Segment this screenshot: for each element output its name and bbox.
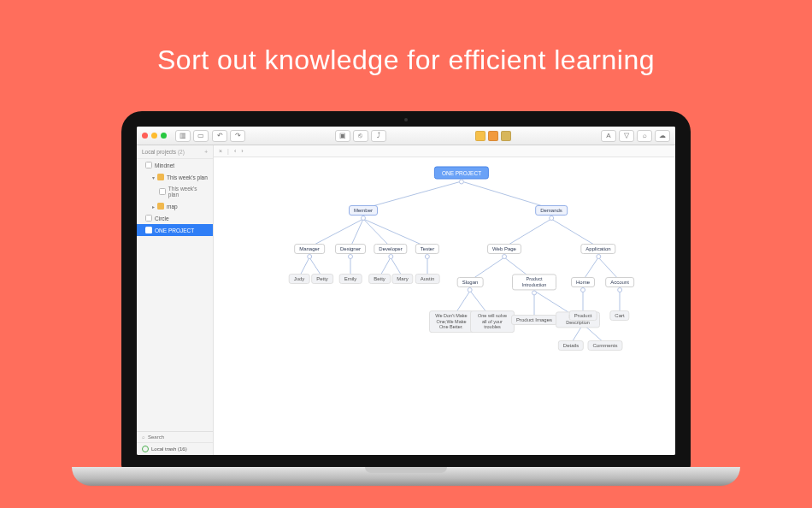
page-headline: Sort out knowledge for efficient learnin… bbox=[0, 0, 812, 76]
cloud-button[interactable]: ☁ bbox=[655, 130, 670, 142]
laptop-mock: ▥ ▭ ↶ ↷ ▣ ⎋ ⤴ bbox=[121, 111, 691, 499]
sidebar-item-one-project[interactable]: ONE PROJECT bbox=[137, 224, 213, 236]
minimize-icon[interactable] bbox=[151, 133, 157, 139]
node-handle-icon[interactable] bbox=[425, 254, 430, 259]
sidebar-item-circle[interactable]: Circle bbox=[137, 212, 213, 224]
trash-label: Local trash (16) bbox=[151, 446, 187, 452]
sidebar-item-map[interactable]: ▸ map bbox=[137, 200, 213, 212]
doc-icon bbox=[145, 162, 152, 168]
new-doc-button[interactable]: ▭ bbox=[193, 130, 209, 142]
mindmap-node-emily[interactable]: Emily bbox=[339, 274, 362, 284]
sidebar-list: Mindnet ▾ This week's plan This week's p… bbox=[137, 159, 213, 431]
camera-icon bbox=[404, 118, 408, 121]
node-handle-icon[interactable] bbox=[580, 287, 585, 292]
node-handle-icon[interactable] bbox=[459, 180, 464, 185]
node-handle-icon[interactable] bbox=[617, 287, 622, 292]
mindmap-node-developer[interactable]: Developer bbox=[374, 244, 407, 254]
sidebar-item-label: Mindnet bbox=[155, 162, 174, 168]
insert-image-button[interactable]: ▣ bbox=[335, 130, 350, 142]
node-handle-icon[interactable] bbox=[468, 287, 473, 292]
mindmap-node-application[interactable]: Application bbox=[580, 244, 615, 254]
mindmap-node-wdm[interactable]: We Don't Make One;We Make One Better. bbox=[429, 310, 474, 333]
zoom-icon[interactable] bbox=[161, 133, 167, 139]
mindmap-node-designer[interactable]: Designer bbox=[335, 244, 366, 254]
folder-icon bbox=[157, 203, 164, 210]
laptop-notch bbox=[365, 467, 447, 473]
font-button[interactable]: A bbox=[601, 130, 616, 142]
mindmap-node-slogan[interactable]: Slogan bbox=[457, 277, 484, 287]
mindmap-node-betty[interactable]: Betty bbox=[368, 274, 391, 284]
filter-button[interactable]: ▽ bbox=[619, 130, 634, 142]
mindmap-node-webpage[interactable]: Web Page bbox=[487, 244, 521, 254]
sidebar-item-label: map bbox=[167, 204, 178, 210]
mindmap-node-pimg[interactable]: Product Images bbox=[511, 315, 557, 325]
laptop-base bbox=[72, 467, 740, 486]
tag-yellow[interactable] bbox=[475, 131, 485, 141]
app-toolbar: ▥ ▭ ↶ ↷ ▣ ⎋ ⤴ bbox=[137, 127, 675, 145]
app-screen: ▥ ▭ ↶ ↷ ▣ ⎋ ⤴ bbox=[137, 127, 675, 455]
nav-forward-button[interactable]: › bbox=[241, 148, 243, 154]
mindmap-node-member[interactable]: Member bbox=[349, 205, 378, 216]
mindmap-node-solve[interactable]: One will solve all of your troubles bbox=[470, 310, 515, 333]
close-icon[interactable] bbox=[142, 133, 148, 139]
mindmap-node-cart[interactable]: Cart bbox=[609, 310, 629, 321]
sidebar-header: Local projects (2) + bbox=[137, 145, 213, 159]
mindmap-node-mary[interactable]: Mary bbox=[391, 274, 413, 284]
node-handle-icon[interactable] bbox=[502, 254, 507, 259]
mindmap-node-demands[interactable]: Demands bbox=[535, 205, 568, 216]
sidebar-count: (2) bbox=[178, 149, 185, 155]
node-handle-icon[interactable] bbox=[307, 254, 312, 259]
mindmap-node-comments[interactable]: Comments bbox=[587, 340, 622, 351]
node-handle-icon[interactable] bbox=[596, 254, 601, 259]
chevron-right-icon: ▸ bbox=[152, 204, 155, 210]
doc-icon bbox=[145, 215, 152, 222]
node-handle-icon[interactable] bbox=[348, 254, 353, 259]
mindmap-node-austin[interactable]: Austin bbox=[415, 274, 440, 284]
mindmap-node-product[interactable]: Product bbox=[569, 310, 597, 321]
find-button[interactable]: ⌕ bbox=[637, 130, 652, 142]
sidebar-title: Local projects bbox=[142, 149, 176, 155]
window-controls bbox=[142, 133, 167, 139]
sidebar-item-this-weeks-plan-doc[interactable]: This week's plan bbox=[137, 183, 213, 200]
doc-icon bbox=[159, 188, 166, 195]
sidebar-item-label: ONE PROJECT bbox=[155, 227, 194, 233]
sidebar-item-label: This week's plan bbox=[167, 174, 208, 180]
svg-line-0 bbox=[363, 181, 462, 209]
mindmap-node-petty[interactable]: Petty bbox=[311, 274, 333, 284]
mindmap-node-details[interactable]: Details bbox=[558, 340, 584, 351]
sidebar-item-label: Circle bbox=[155, 216, 169, 222]
sidebar: Local projects (2) + Mindnet ▾ bbox=[137, 145, 214, 455]
sidebar-add-button[interactable]: + bbox=[204, 149, 208, 155]
attach-button[interactable]: ⎋ bbox=[353, 130, 368, 142]
search-icon: ⌕ bbox=[142, 434, 145, 440]
node-handle-icon[interactable] bbox=[532, 291, 537, 296]
node-handle-icon[interactable] bbox=[388, 254, 393, 259]
mindmap-node-tester[interactable]: Tester bbox=[415, 244, 439, 254]
mindmap-canvas[interactable]: ONE PROJECTMemberDemandsManagerDesignerD… bbox=[214, 157, 675, 455]
mindmap-node-account[interactable]: Account bbox=[605, 277, 634, 287]
toggle-sidebar-button[interactable]: ▥ bbox=[175, 130, 191, 142]
tag-orange[interactable] bbox=[488, 131, 498, 141]
share-button[interactable]: ⤴ bbox=[371, 130, 386, 142]
undo-button[interactable]: ↶ bbox=[212, 130, 227, 142]
tag-gold[interactable] bbox=[501, 131, 511, 141]
node-handle-icon[interactable] bbox=[549, 216, 554, 221]
node-handle-icon[interactable] bbox=[361, 216, 366, 221]
mindmap-node-prodintro[interactable]: Product Introduction bbox=[512, 274, 556, 290]
mindmap-node-root[interactable]: ONE PROJECT bbox=[434, 167, 489, 180]
trash-icon bbox=[142, 446, 149, 452]
trash-row[interactable]: Local trash (16) bbox=[137, 443, 213, 455]
document-bar: × | ‹ › bbox=[214, 145, 675, 157]
sidebar-item-mindnet[interactable]: Mindnet bbox=[137, 159, 213, 171]
redo-button[interactable]: ↷ bbox=[230, 130, 245, 142]
mindmap-node-home[interactable]: Home bbox=[571, 277, 595, 287]
folder-icon bbox=[157, 174, 164, 180]
nav-back-button[interactable]: ‹ bbox=[234, 148, 236, 154]
mindmap-node-judy[interactable]: Judy bbox=[289, 274, 310, 284]
doc-close-button[interactable]: × bbox=[219, 148, 222, 154]
search-input[interactable] bbox=[148, 434, 220, 440]
sidebar-item-this-weeks-plan[interactable]: ▾ This week's plan bbox=[137, 171, 213, 183]
sidebar-item-label: This week's plan bbox=[168, 186, 208, 198]
sidebar-search[interactable]: ⌕ ⦿ bbox=[137, 432, 213, 443]
mindmap-node-manager[interactable]: Manager bbox=[294, 244, 325, 254]
